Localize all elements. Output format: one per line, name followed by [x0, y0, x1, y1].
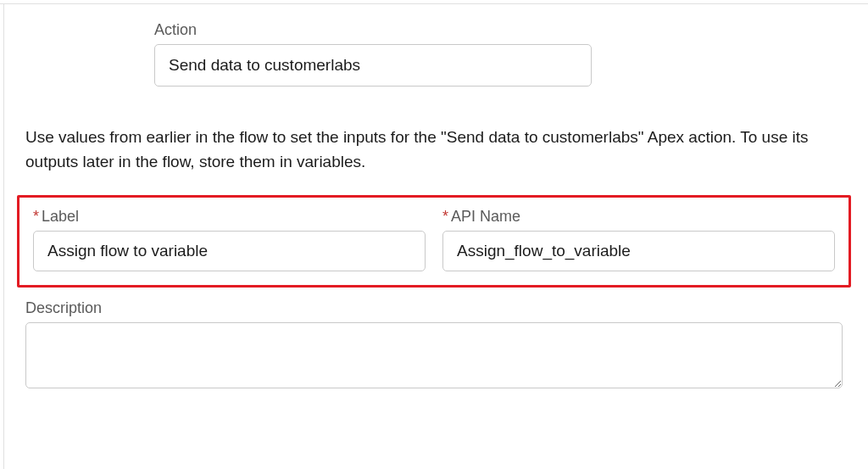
action-field-group: Action	[154, 21, 851, 87]
description-label: Description	[25, 299, 843, 317]
highlighted-fields-box: *Label *API Name	[17, 195, 851, 288]
api-name-field-label: *API Name	[442, 208, 835, 226]
api-name-input[interactable]	[442, 231, 835, 271]
description-field-group: Description	[25, 299, 843, 393]
panel-top-border	[0, 3, 868, 4]
helper-text: Use values from earlier in the flow to s…	[25, 125, 843, 175]
action-label: Action	[154, 21, 851, 39]
api-name-field-group: *API Name	[442, 208, 835, 271]
label-field-label-text: Label	[42, 208, 79, 225]
api-name-field-label-text: API Name	[451, 208, 520, 225]
required-indicator-icon: *	[442, 208, 448, 225]
panel-left-border	[3, 3, 4, 469]
required-indicator-icon: *	[33, 208, 39, 225]
label-field-group: *Label	[33, 208, 426, 271]
label-field-label: *Label	[33, 208, 426, 226]
description-textarea[interactable]	[25, 322, 843, 388]
action-input[interactable]	[154, 44, 592, 87]
label-input[interactable]	[33, 231, 426, 271]
